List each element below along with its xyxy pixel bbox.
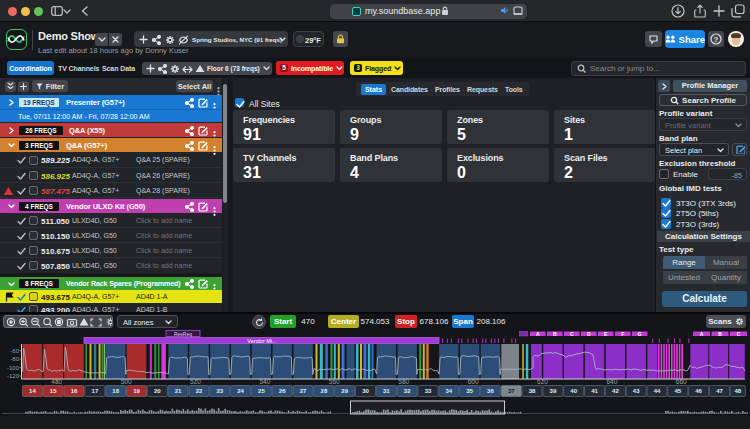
svg-text:47: 47 (716, 388, 723, 394)
svg-text:41: 41 (591, 388, 598, 394)
svg-text:28: 28 (321, 388, 328, 394)
svg-text:C: C (737, 331, 741, 337)
svg-text:600: 600 (468, 378, 479, 385)
svg-text:-120: -120 (7, 373, 20, 379)
svg-text:500: 500 (121, 378, 132, 385)
svg-text:21: 21 (175, 388, 182, 394)
svg-text:G: G (638, 331, 642, 337)
svg-text:17: 17 (92, 388, 99, 394)
svg-text:-80: -80 (10, 356, 19, 362)
svg-text:27: 27 (300, 388, 307, 394)
svg-text:ResReq: ResReq (174, 331, 192, 337)
svg-text:560: 560 (329, 378, 340, 385)
svg-text:38: 38 (529, 388, 536, 394)
svg-text:F: F (621, 331, 624, 337)
svg-text:23: 23 (216, 388, 223, 394)
svg-text:43: 43 (633, 388, 640, 394)
svg-text:24: 24 (237, 388, 244, 394)
svg-text:A: A (700, 331, 704, 337)
svg-text:22: 22 (196, 388, 203, 394)
svg-text:A: A (536, 331, 540, 337)
svg-text:31: 31 (383, 388, 390, 394)
svg-text:34: 34 (445, 388, 452, 394)
svg-text:-60: -60 (10, 348, 19, 354)
svg-text:20: 20 (154, 388, 161, 394)
svg-text:15: 15 (50, 388, 57, 394)
svg-text:640: 640 (606, 378, 617, 385)
svg-text:29: 29 (341, 388, 348, 394)
svg-text:16: 16 (71, 388, 78, 394)
svg-text:48: 48 (734, 388, 741, 394)
svg-text:39: 39 (550, 388, 557, 394)
svg-text:Vendor Mi...: Vendor Mi... (247, 338, 277, 344)
svg-text:36: 36 (487, 388, 494, 394)
svg-text:32: 32 (404, 388, 411, 394)
svg-text:B: B (553, 331, 557, 337)
svg-text:37: 37 (508, 388, 515, 394)
svg-text:D: D (587, 331, 591, 337)
svg-text:-100: -100 (7, 365, 20, 371)
svg-text:18: 18 (112, 388, 119, 394)
svg-text:580: 580 (398, 378, 409, 385)
svg-text:40: 40 (570, 388, 577, 394)
svg-text:520: 520 (190, 378, 201, 385)
svg-text:C: C (570, 331, 574, 337)
svg-text:620: 620 (537, 378, 548, 385)
svg-text:14: 14 (29, 388, 36, 394)
svg-text:480: 480 (51, 378, 62, 385)
svg-text:26: 26 (279, 388, 286, 394)
svg-text:35: 35 (466, 388, 473, 394)
svg-text:42: 42 (612, 388, 619, 394)
svg-text:25: 25 (258, 388, 265, 394)
svg-text:44: 44 (654, 388, 661, 394)
svg-text:45: 45 (674, 388, 681, 394)
svg-text:540: 540 (259, 378, 270, 385)
svg-text:660: 660 (676, 378, 687, 385)
svg-text:46: 46 (695, 388, 702, 394)
svg-text:30: 30 (362, 388, 369, 394)
svg-text:33: 33 (425, 388, 432, 394)
svg-text:?: ? (714, 35, 719, 44)
svg-text:19: 19 (133, 388, 140, 394)
svg-text:B: B (718, 331, 722, 337)
